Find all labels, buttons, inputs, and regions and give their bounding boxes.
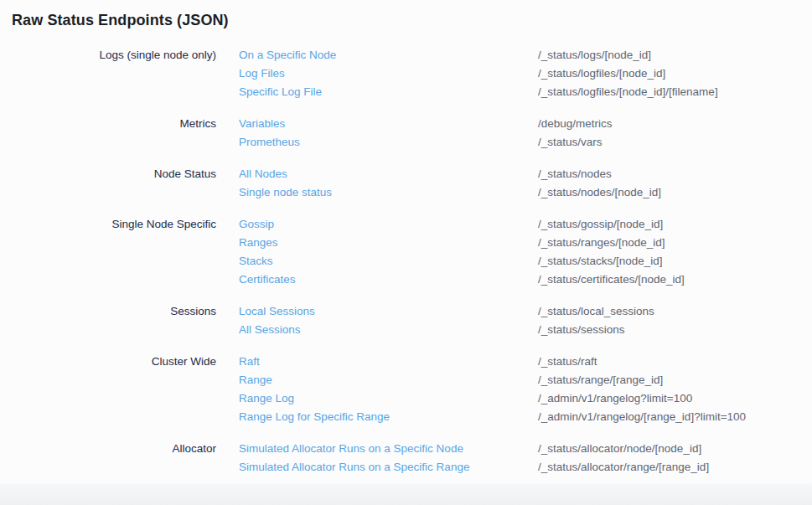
endpoint-group: SessionsLocal SessionsAll Sessions/_stat… (12, 302, 812, 339)
endpoint-group: Single Node SpecificGossipRangesStacksCe… (12, 215, 812, 289)
endpoint-link[interactable]: Stacks (239, 252, 538, 271)
category-label: Cluster Wide (12, 353, 216, 371)
endpoint-link[interactable]: Specific Log File (239, 83, 538, 101)
endpoint-link[interactable]: Gossip (239, 215, 538, 234)
endpoint-link[interactable]: Raft (239, 353, 538, 371)
endpoint-link[interactable]: Certificates (239, 271, 538, 289)
category-label: Metrics (12, 115, 216, 133)
endpoint-paths-column: /_status/nodes/_status/nodes/[node_id] (538, 165, 661, 202)
endpoint-path: /_status/range/[range_id] (538, 371, 746, 389)
endpoint-paths-column: /debug/metrics/_status/vars (538, 115, 613, 152)
endpoint-path: /_status/local_sessions (538, 302, 654, 321)
endpoint-link[interactable]: Log Files (239, 64, 538, 83)
endpoint-link[interactable]: Range Log (239, 389, 538, 408)
endpoint-link[interactable]: All Nodes (239, 165, 538, 183)
endpoint-links-column: All NodesSingle node status (239, 165, 538, 202)
endpoint-group: Cluster WideRaftRangeRange LogRange Log … (12, 353, 812, 426)
footer-strip (0, 483, 812, 505)
endpoint-links-column: GossipRangesStacksCertificates (239, 215, 538, 289)
endpoint-link[interactable]: On a Specific Node (239, 46, 538, 64)
endpoint-link[interactable]: Ranges (239, 234, 538, 252)
endpoint-link[interactable]: Local Sessions (239, 302, 538, 321)
endpoint-link[interactable]: Single node status (239, 183, 538, 202)
endpoint-path: /_status/gossip/[node_id] (538, 215, 685, 234)
endpoint-link[interactable]: Range (239, 371, 538, 389)
category-label: Sessions (12, 302, 216, 321)
endpoint-links-column: Local SessionsAll Sessions (239, 302, 538, 339)
endpoint-group: Node StatusAll NodesSingle node status/_… (12, 165, 812, 202)
endpoint-path: /_status/nodes/[node_id] (538, 183, 661, 202)
endpoint-link[interactable]: Prometheus (239, 133, 538, 152)
endpoint-path: /_status/logfiles/[node_id] (538, 64, 718, 83)
endpoint-link[interactable]: Simulated Allocator Runs on a Specific R… (239, 458, 538, 477)
endpoint-group: AllocatorSimulated Allocator Runs on a S… (12, 440, 812, 477)
endpoint-link[interactable]: Simulated Allocator Runs on a Specific N… (239, 440, 538, 458)
endpoint-links-column: VariablesPrometheus (239, 115, 538, 152)
endpoint-table: Logs (single node only)On a Specific Nod… (12, 46, 812, 477)
endpoint-path: /_status/logs/[node_id] (538, 46, 718, 64)
endpoint-path: /_status/allocator/node/[node_id] (538, 440, 709, 458)
endpoint-paths-column: /_status/gossip/[node_id]/_status/ranges… (538, 215, 685, 289)
endpoint-path: /_status/logfiles/[node_id]/[filename] (538, 83, 718, 101)
endpoint-path: /_status/certificates/[node_id] (538, 271, 685, 289)
endpoint-link[interactable]: Range Log for Specific Range (239, 408, 538, 426)
endpoint-links-column: RaftRangeRange LogRange Log for Specific… (239, 353, 538, 426)
endpoint-path: /_status/allocator/range/[range_id] (538, 458, 709, 477)
endpoint-links-column: On a Specific NodeLog FilesSpecific Log … (239, 46, 538, 101)
endpoint-paths-column: /_status/local_sessions/_status/sessions (538, 302, 654, 339)
endpoint-path: /_status/nodes (538, 165, 661, 183)
page-title: Raw Status Endpoints (JSON) (12, 11, 812, 29)
endpoint-path: /debug/metrics (538, 115, 613, 133)
endpoint-path: /_status/vars (538, 133, 613, 152)
endpoint-paths-column: /_status/allocator/node/[node_id]/_statu… (538, 440, 709, 477)
category-label: Logs (single node only) (12, 46, 216, 64)
endpoint-path: /_status/raft (538, 353, 746, 371)
endpoint-group: MetricsVariablesPrometheus/debug/metrics… (12, 115, 812, 152)
endpoint-links-column: Simulated Allocator Runs on a Specific N… (239, 440, 538, 477)
endpoint-link[interactable]: All Sessions (239, 321, 538, 339)
endpoint-group: Logs (single node only)On a Specific Nod… (12, 46, 812, 101)
category-label: Node Status (12, 165, 216, 183)
category-label: Single Node Specific (12, 215, 216, 234)
endpoint-link[interactable]: Variables (239, 115, 538, 133)
endpoint-path: /_status/sessions (538, 321, 654, 339)
endpoint-paths-column: /_status/logs/[node_id]/_status/logfiles… (538, 46, 718, 101)
raw-status-endpoints-page: Raw Status Endpoints (JSON) Logs (single… (0, 0, 812, 477)
category-label: Allocator (12, 440, 216, 458)
endpoint-path: /_status/ranges/[node_id] (538, 234, 685, 252)
endpoint-path: /_admin/v1/rangelog?limit=100 (538, 389, 746, 408)
endpoint-path: /_admin/v1/rangelog/[range_id]?limit=100 (538, 408, 746, 426)
endpoint-path: /_status/stacks/[node_id] (538, 252, 685, 271)
endpoint-paths-column: /_status/raft/_status/range/[range_id]/_… (538, 353, 746, 426)
